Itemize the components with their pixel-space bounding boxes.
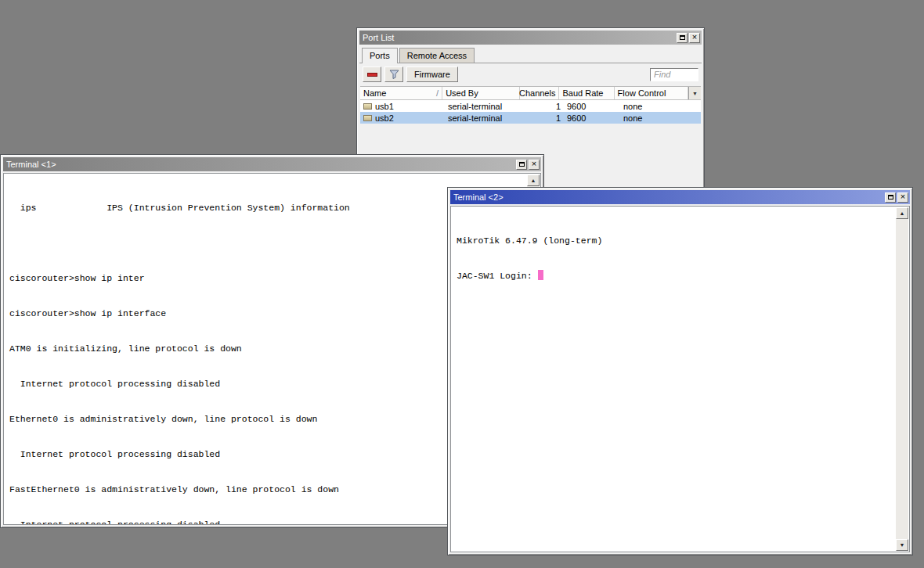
cell-baud-rate: 9600 xyxy=(564,100,620,112)
chevron-down-icon: ▼ xyxy=(692,91,698,96)
cell-used-by: serial-terminal xyxy=(445,112,525,124)
maximize-button[interactable] xyxy=(516,160,527,170)
remove-button[interactable] xyxy=(363,67,381,82)
serial-port-icon xyxy=(363,103,372,110)
cell-channels: 1 xyxy=(525,100,564,112)
scroll-up-button[interactable]: ▲ xyxy=(527,174,540,186)
terminal-output: MikroTik 6.47.9 (long-term) JAC-SW1 Logi… xyxy=(457,211,893,305)
close-icon: × xyxy=(532,160,536,168)
text-cursor xyxy=(538,270,543,280)
column-header-channels[interactable]: Channels xyxy=(520,87,559,99)
arrow-down-icon: ▼ xyxy=(900,542,905,548)
ports-table: Name / Used By Channels Baud Rate Flow C… xyxy=(360,86,701,124)
window-title: Terminal <2> xyxy=(453,192,883,202)
find-input[interactable] xyxy=(650,68,698,81)
arrow-up-icon: ▲ xyxy=(900,210,905,216)
tab-strip: Ports Remote Access xyxy=(359,45,702,63)
close-icon: × xyxy=(692,33,697,41)
maximize-button[interactable] xyxy=(885,192,896,203)
cell-flow-control: none xyxy=(620,112,696,124)
cell-used-by: serial-terminal xyxy=(445,100,525,112)
table-row-usb1[interactable]: usb1 serial-terminal 1 9600 none xyxy=(360,100,701,112)
tab-remote-access[interactable]: Remote Access xyxy=(399,48,475,63)
window-title: Port List xyxy=(363,33,675,42)
cell-flow-control: none xyxy=(620,100,696,112)
maximize-icon xyxy=(888,195,893,200)
tab-ports[interactable]: Ports xyxy=(362,48,398,63)
scroll-down-button[interactable]: ▼ xyxy=(896,539,908,551)
maximize-button[interactable] xyxy=(677,33,688,43)
cell-name: usb2 xyxy=(360,112,445,124)
port-list-titlebar[interactable]: Port List × xyxy=(359,31,702,45)
terminal-2-window: Terminal <2> × MikroTik 6.47.9 (long-ter… xyxy=(447,187,913,555)
scroll-up-button[interactable]: ▲ xyxy=(896,207,908,219)
column-header-baud-rate[interactable]: Baud Rate xyxy=(559,87,614,99)
serial-port-icon xyxy=(363,115,372,121)
column-header-name[interactable]: Name / xyxy=(360,87,442,99)
firmware-button[interactable]: Firmware xyxy=(406,67,458,82)
cell-baud-rate: 9600 xyxy=(564,112,620,124)
terminal-1-titlebar[interactable]: Terminal <1> × xyxy=(3,157,541,171)
terminal-2-titlebar[interactable]: Terminal <2> × xyxy=(450,190,910,204)
column-header-used-by[interactable]: Used By xyxy=(442,87,520,99)
table-row-usb2[interactable]: usb2 serial-terminal 1 9600 none xyxy=(360,112,701,124)
toolbar: Firmware xyxy=(359,63,702,85)
remove-minus-icon xyxy=(367,73,377,77)
maximize-icon xyxy=(519,162,525,167)
cell-channels: 1 xyxy=(525,112,564,124)
window-title: Terminal <1> xyxy=(6,160,514,169)
arrow-up-icon: ▲ xyxy=(531,178,536,183)
filter-funnel-icon xyxy=(389,70,399,79)
table-header-row: Name / Used By Channels Baud Rate Flow C… xyxy=(360,87,701,100)
terminal-2-content[interactable]: MikroTik 6.47.9 (long-term) JAC-SW1 Logi… xyxy=(450,206,910,552)
terminal-line: JAC-SW1 Login: xyxy=(457,270,893,282)
cell-name: usb1 xyxy=(360,100,445,112)
column-header-flow-control[interactable]: Flow Control xyxy=(615,87,688,99)
sort-indicator-icon: / xyxy=(433,88,439,98)
desktop: { "icons": { "close": "×", "scroll_up": … xyxy=(0,0,924,568)
close-button[interactable]: × xyxy=(897,192,908,203)
column-dropdown-button[interactable]: ▼ xyxy=(688,87,701,99)
filter-button[interactable] xyxy=(384,67,403,82)
close-button[interactable]: × xyxy=(529,160,540,170)
close-icon: × xyxy=(901,192,905,201)
scrollbar[interactable]: ▲ ▼ xyxy=(896,207,908,551)
close-button[interactable]: × xyxy=(689,33,700,43)
terminal-line: MikroTik 6.47.9 (long-term) xyxy=(457,235,893,246)
maximize-icon xyxy=(680,35,685,40)
